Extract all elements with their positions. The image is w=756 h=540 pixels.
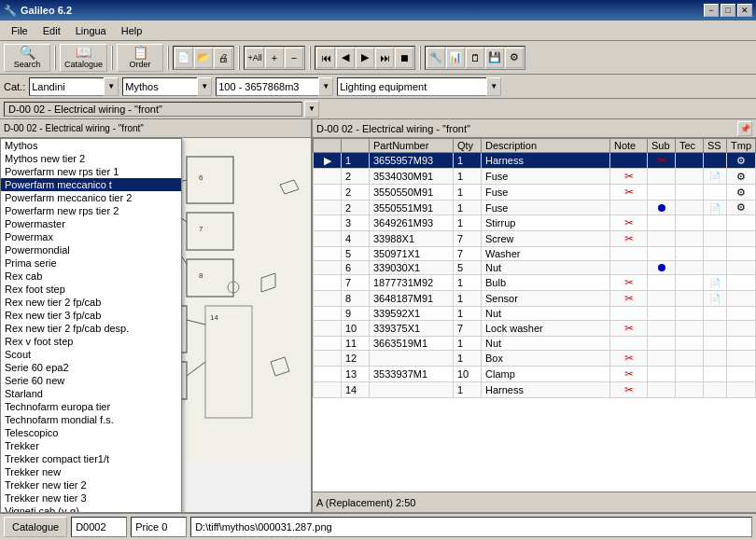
dropdown-item[interactable]: Rex cab — [1, 270, 181, 283]
code-input[interactable] — [216, 77, 318, 96]
code-dropdown-btn[interactable]: ▼ — [318, 77, 333, 96]
dropdown-item[interactable]: Telescopico — [1, 426, 181, 439]
cat-input[interactable] — [29, 77, 104, 96]
table-row[interactable]: 23534030M911Fuse✂📄⚙ — [314, 169, 756, 185]
model-input[interactable] — [122, 77, 197, 96]
col-header-ss[interactable]: SS — [704, 139, 727, 153]
cat-dropdown-btn[interactable]: ▼ — [104, 77, 119, 96]
minimize-button[interactable]: − — [704, 4, 719, 17]
dropdown-item[interactable]: Powerfarm meccanico tier 2 — [1, 191, 181, 204]
dropdown-item[interactable]: Trekker new tier 3 — [1, 492, 181, 505]
dropdown-item[interactable]: Prima serie — [1, 256, 181, 270]
table-row[interactable]: 121Box✂ — [314, 351, 756, 367]
dropdown-item[interactable]: Powermax — [1, 230, 181, 243]
dropdown-item[interactable]: Powermondial — [1, 243, 181, 256]
dropdown-item[interactable]: Rex new tier 3 fp/cab — [1, 309, 181, 322]
menu-edit[interactable]: Edit — [35, 23, 68, 38]
dropdown-item[interactable]: Serie 60 epa2 — [1, 361, 181, 374]
open-button[interactable]: 📂 — [194, 48, 213, 68]
order-button[interactable]: 📋 Order — [117, 44, 163, 72]
dropdown-item[interactable]: Rex new tier 2 fp/cab — [1, 296, 181, 309]
next-button[interactable]: ▶ — [356, 48, 374, 68]
add-button[interactable]: + — [265, 48, 284, 68]
dropdown-item[interactable]: Rex foot step — [1, 283, 181, 296]
catalogue-button[interactable]: 📖 Catalogue — [60, 44, 107, 72]
dropdown-item[interactable]: Trekker — [1, 439, 181, 452]
row-sub — [648, 367, 676, 382]
table-row[interactable]: 113663519M11Nut — [314, 337, 756, 351]
dropdown-item[interactable]: Rex v foot step — [1, 335, 181, 348]
lighting-input[interactable] — [337, 77, 486, 96]
last-button[interactable]: ⏭ — [375, 48, 394, 68]
col-header-tmp[interactable]: Tmp — [727, 139, 756, 153]
view5-button[interactable]: ⚙ — [505, 48, 524, 68]
lighting-dropdown-btn[interactable]: ▼ — [486, 77, 501, 96]
dropdown-item[interactable]: Rex new tier 2 fp/cab desp. — [1, 322, 181, 335]
dropdown-item[interactable]: Powerfarm new rps tier 1 — [1, 165, 181, 178]
select-all-button[interactable]: +All — [245, 48, 264, 68]
parts-table: PartNumber Qty Description Note Sub Tec … — [313, 138, 756, 398]
col-header-sub[interactable]: Sub — [648, 139, 676, 153]
view2-button[interactable]: 📊 — [446, 48, 465, 68]
view4-button[interactable]: 💾 — [485, 48, 504, 68]
table-row[interactable]: 23550551M911Fuse📄⚙ — [314, 201, 756, 215]
dropdown-item[interactable]: Powermaster — [1, 217, 181, 230]
maximize-button[interactable]: □ — [721, 4, 735, 17]
print-button[interactable]: 🖨 — [214, 48, 232, 68]
col-header-desc[interactable]: Description — [482, 139, 610, 153]
dropdown-item[interactable]: Trekker new tier 2 — [1, 478, 181, 492]
menu-lingua[interactable]: Lingua — [68, 23, 114, 38]
dropdown-item[interactable]: Scout — [1, 348, 181, 361]
first-button[interactable]: ⏮ — [316, 48, 335, 68]
col-header-note[interactable]: Note — [610, 139, 648, 153]
col-header-partnum[interactable]: PartNumber — [370, 139, 454, 153]
dropdown-item[interactable]: Serie 60 new — [1, 374, 181, 387]
table-row[interactable]: 23550550M911Fuse✂⚙ — [314, 185, 756, 201]
row-arrow — [314, 275, 342, 291]
menu-file[interactable]: File — [4, 23, 35, 38]
dropdown-item[interactable]: Mythos new tier 2 — [1, 152, 181, 165]
table-row[interactable]: 33649261M931Stirrup✂ — [314, 215, 756, 231]
table-row[interactable]: ▶13655957M931Harness✂⚙ — [314, 153, 756, 169]
row-desc: Screw — [482, 231, 610, 247]
table-row[interactable]: 433988X17Screw✂ — [314, 231, 756, 247]
dropdown-item[interactable]: Trekker compact tier1/t — [1, 452, 181, 465]
row-partnum: 3533937M1 — [370, 367, 454, 382]
table-row[interactable]: 83648187M911Sensor✂📄 — [314, 291, 756, 307]
dropdown-item[interactable]: Powerfarm new rps tier 2 — [1, 204, 181, 217]
new-button[interactable]: 📄 — [175, 48, 193, 68]
table-row[interactable]: 5350971X17Washer — [314, 247, 756, 261]
catalogue-tab[interactable]: Catalogue — [4, 517, 67, 537]
pin-button[interactable]: 📌 — [737, 121, 752, 136]
remove-button[interactable]: − — [285, 48, 303, 68]
table-row[interactable]: 9339592X11Nut — [314, 307, 756, 321]
view3-button[interactable]: 🗒 — [466, 48, 484, 68]
dropdown-item[interactable]: Powerfarm meccanico t — [1, 178, 181, 191]
model-dropdown[interactable]: MythosMythos new tier 2Powerfarm new rps… — [0, 138, 182, 512]
stop-button[interactable]: ⏹ — [395, 48, 413, 68]
table-row[interactable]: 141Harness✂ — [314, 382, 756, 398]
breadcrumb-expand-btn[interactable]: ▼ — [304, 101, 319, 118]
table-row[interactable]: 10339375X17Lock washer✂ — [314, 321, 756, 337]
dropdown-item[interactable]: Starland — [1, 387, 181, 400]
menu-help[interactable]: Help — [114, 23, 150, 38]
view1-button[interactable]: 🔧 — [427, 48, 445, 68]
dropdown-item[interactable]: Trekker new — [1, 465, 181, 478]
dropdown-item[interactable]: Mythos — [1, 139, 181, 152]
dropdown-item[interactable]: Technofarm mondial f.s. — [1, 413, 181, 426]
dropdown-item[interactable]: Vigneti cab (v-g) — [1, 505, 181, 512]
row-tmp — [727, 215, 756, 231]
col-header-tec[interactable]: Tec — [676, 139, 704, 153]
table-row[interactable]: 133533937M110Clamp✂ — [314, 367, 756, 382]
dropdown-item[interactable]: Technofarm europa tier — [1, 400, 181, 413]
row-tec — [676, 169, 704, 185]
row-sub — [648, 185, 676, 201]
prev-button[interactable]: ◀ — [336, 48, 355, 68]
close-button[interactable]: ✕ — [737, 4, 752, 17]
table-row[interactable]: 6339030X15Nut — [314, 261, 756, 275]
parts-table-container[interactable]: PartNumber Qty Description Note Sub Tec … — [313, 138, 756, 492]
model-dropdown-btn[interactable]: ▼ — [197, 77, 212, 96]
table-row[interactable]: 71877731M921Bulb✂📄 — [314, 275, 756, 291]
col-header-qty[interactable]: Qty — [454, 139, 482, 153]
search-button[interactable]: 🔍 Search — [4, 44, 50, 72]
